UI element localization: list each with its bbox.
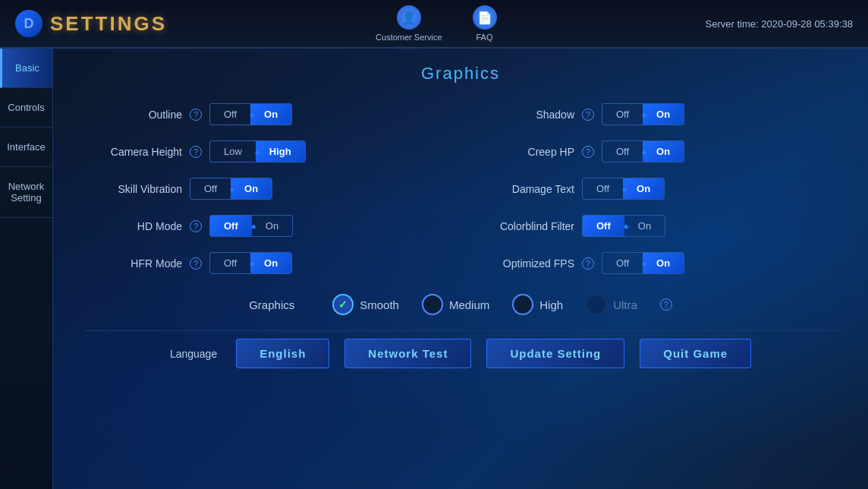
header: D SETTINGS 👤 Customer Service 📄 FAQ Serv…	[0, 0, 868, 49]
creep-hp-toggle: Off On	[602, 140, 684, 162]
section-title: Graphics	[83, 64, 838, 84]
damage-text-toggle: Off On	[582, 178, 665, 200]
sidebar-item-basic[interactable]: Basic	[0, 49, 52, 88]
language-button[interactable]: English	[236, 339, 329, 368]
creep-hp-help-icon[interactable]: ?	[582, 146, 594, 158]
quit-game-button[interactable]: Quit Game	[640, 339, 751, 368]
shadow-toggle: Off On	[602, 103, 684, 125]
app-title: SETTINGS	[50, 12, 167, 36]
colorblind-filter-setting: Colorblind Filter Off On	[476, 210, 838, 241]
sidebar-item-controls-label: Controls	[8, 102, 44, 113]
sidebar-item-interface[interactable]: Interface	[0, 128, 52, 167]
header-nav: 👤 Customer Service 📄 FAQ	[167, 5, 706, 42]
language-label: Language	[170, 348, 217, 360]
outline-toggle: Off On	[209, 103, 292, 125]
camera-height-label: Camera Height	[83, 146, 182, 158]
sidebar-item-interface-label: Interface	[7, 141, 46, 153]
hd-mode-setting: HD Mode ? Off On	[83, 210, 445, 241]
colorblind-filter-on-btn[interactable]: On	[624, 216, 665, 236]
quality-medium-label: Medium	[449, 298, 489, 311]
quality-ultra-radio	[586, 294, 607, 315]
graphics-quality-label: Graphics	[249, 298, 310, 311]
optimized-fps-on-btn[interactable]: On	[643, 253, 684, 273]
main-content: Graphics Outline ? Off On Shadow ? Off O…	[53, 49, 868, 489]
camera-height-help-icon[interactable]: ?	[190, 146, 202, 158]
shadow-label: Shadow	[476, 109, 574, 121]
skill-vibration-off-btn[interactable]: Off	[190, 178, 231, 199]
shadow-help-icon[interactable]: ?	[582, 109, 594, 121]
quality-high-label: High	[539, 298, 563, 311]
creep-hp-off-btn[interactable]: Off	[602, 141, 643, 162]
colorblind-filter-toggle: Off On	[582, 215, 665, 237]
damage-text-on-btn[interactable]: On	[623, 178, 664, 199]
quality-smooth-radio[interactable]	[332, 294, 354, 315]
skill-vibration-setting: Skill Vibration Off On	[83, 173, 445, 204]
hd-mode-toggle: Off On	[209, 215, 293, 237]
sidebar-item-network[interactable]: NetworkSetting	[0, 167, 52, 218]
quality-medium-option[interactable]: Medium	[422, 294, 489, 315]
logo-icon: D	[15, 10, 42, 37]
quality-ultra-option[interactable]: Ultra	[586, 294, 637, 315]
camera-height-toggle: Low High	[209, 140, 306, 162]
graphics-quality-row: Graphics Smooth Medium High Ultra ?	[83, 294, 838, 315]
damage-text-setting: Damage Text Off On	[476, 173, 838, 204]
colorblind-filter-label: Colorblind Filter	[476, 220, 574, 232]
customer-service-label: Customer Service	[376, 33, 442, 42]
sidebar-item-network-label: NetworkSetting	[8, 181, 45, 203]
damage-text-label: Damage Text	[476, 183, 574, 195]
hfr-mode-help-icon[interactable]: ?	[190, 257, 202, 270]
optimized-fps-off-btn[interactable]: Off	[602, 253, 643, 273]
camera-height-low-btn[interactable]: Low	[210, 141, 256, 162]
optimized-fps-label: Optimized FPS	[476, 257, 574, 270]
settings-grid: Outline ? Off On Shadow ? Off On Camera …	[83, 99, 838, 279]
outline-help-icon[interactable]: ?	[190, 109, 202, 121]
skill-vibration-toggle: Off On	[190, 178, 272, 200]
outline-on-btn[interactable]: On	[250, 104, 291, 125]
hfr-mode-off-btn[interactable]: Off	[210, 253, 250, 273]
creep-hp-label: Creep HP	[476, 146, 574, 158]
shadow-setting: Shadow ? Off On	[476, 99, 838, 130]
hfr-mode-label: HFR Mode	[83, 257, 182, 270]
optimized-fps-help-icon[interactable]: ?	[582, 257, 594, 270]
hd-mode-on-btn[interactable]: On	[252, 216, 292, 236]
hfr-mode-on-btn[interactable]: On	[250, 253, 291, 273]
update-setting-button[interactable]: Update Setting	[486, 339, 624, 368]
sidebar-item-controls[interactable]: Controls	[0, 88, 52, 128]
faq-label: FAQ	[476, 33, 493, 42]
optimized-fps-setting: Optimized FPS ? Off On	[476, 248, 838, 279]
quality-medium-radio[interactable]	[422, 294, 443, 315]
logo: D SETTINGS	[15, 10, 167, 37]
quality-high-option[interactable]: High	[512, 294, 563, 315]
quality-smooth-label: Smooth	[360, 298, 399, 311]
network-test-button[interactable]: Network Test	[344, 339, 471, 368]
camera-height-setting: Camera Height ? Low High	[83, 136, 445, 167]
sidebar-item-basic-label: Basic	[15, 62, 39, 74]
customer-service-nav[interactable]: 👤 Customer Service	[376, 5, 442, 42]
bottom-bar: Language English Network Test Update Set…	[83, 330, 838, 376]
skill-vibration-on-btn[interactable]: On	[231, 178, 272, 199]
hfr-mode-toggle: Off On	[209, 252, 292, 274]
creep-hp-setting: Creep HP ? Off On	[476, 136, 838, 167]
faq-nav[interactable]: 📄 FAQ	[473, 5, 497, 42]
hd-mode-help-icon[interactable]: ?	[190, 220, 202, 232]
camera-height-high-btn[interactable]: High	[256, 141, 305, 162]
damage-text-off-btn[interactable]: Off	[583, 178, 623, 199]
quality-ultra-label: Ultra	[613, 298, 637, 311]
hfr-mode-setting: HFR Mode ? Off On	[83, 248, 445, 279]
hd-mode-label: HD Mode	[83, 220, 182, 232]
creep-hp-on-btn[interactable]: On	[643, 141, 684, 162]
outline-off-btn[interactable]: Off	[210, 104, 250, 125]
faq-icon: 📄	[473, 5, 497, 30]
outline-label: Outline	[83, 109, 182, 121]
skill-vibration-label: Skill Vibration	[83, 183, 182, 195]
graphics-quality-help-icon[interactable]: ?	[660, 298, 672, 311]
quality-high-radio[interactable]	[512, 294, 533, 315]
sidebar: Basic Controls Interface NetworkSetting	[0, 49, 53, 489]
colorblind-filter-off-btn[interactable]: Off	[583, 216, 624, 236]
quality-smooth-option[interactable]: Smooth	[332, 294, 399, 315]
customer-service-icon: 👤	[397, 5, 421, 30]
shadow-off-btn[interactable]: Off	[602, 104, 643, 125]
hd-mode-off-btn[interactable]: Off	[210, 216, 252, 236]
optimized-fps-toggle: Off On	[602, 252, 684, 274]
shadow-on-btn[interactable]: On	[643, 104, 684, 125]
